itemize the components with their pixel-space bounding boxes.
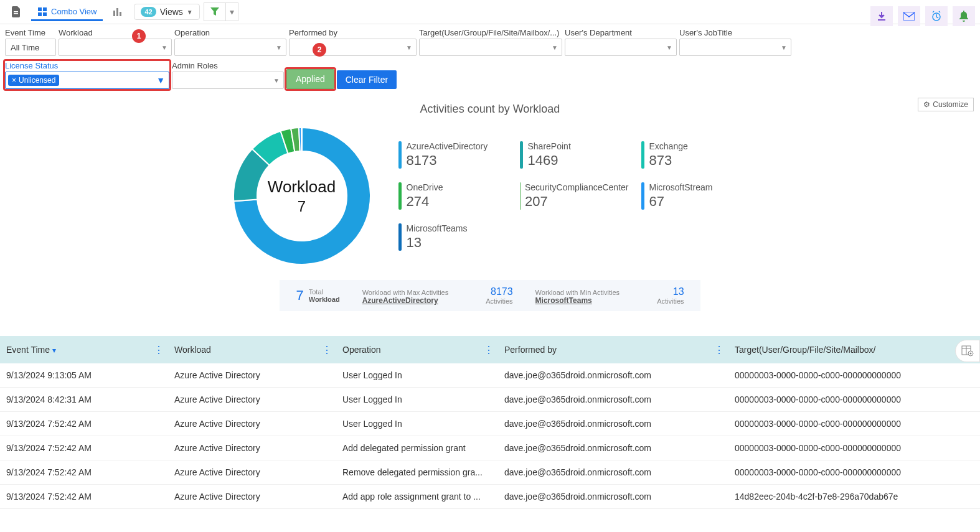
table-row[interactable]: 9/13/2024 8:42:31 AMAzure Active Directo… (0, 388, 980, 412)
th-workload[interactable]: Workload⋮ (168, 336, 336, 363)
department-filter-select[interactable]: ▼ (565, 39, 677, 56)
summary-max-name[interactable]: AzureActiveDirectory (362, 296, 449, 305)
th-event-time[interactable]: Event Time▾⋮ (0, 336, 168, 363)
column-menu-icon[interactable]: ⋮ (322, 344, 331, 356)
filters-row-2: License Status × Unlicensed ▼ Admin Role… (0, 57, 980, 90)
callout-badge-1: 1 (132, 29, 146, 43)
table-row[interactable]: 9/13/2024 9:13:05 AMAzure Active Directo… (0, 363, 980, 388)
caret-down-icon: ▼ (276, 44, 282, 51)
summary-min-label: Workload with Min Activities (535, 289, 620, 296)
legend-value: 274 (407, 194, 443, 210)
chart-panel: ⚙ Customize Activities count by Workload… (0, 94, 980, 324)
svg-point-16 (970, 353, 972, 355)
svg-rect-5 (43, 12, 47, 16)
legend-color-bar (641, 141, 644, 169)
summary-min-name[interactable]: MicrosoftTeams (535, 296, 620, 305)
table-cell: Azure Active Directory (168, 436, 336, 460)
event-time-value: All Time (11, 43, 39, 52)
table-row[interactable]: 9/13/2024 7:52:42 AMAzure Active Directo… (0, 412, 980, 436)
table-cell: dave.joe@o365droid.onmicrosoft.com (498, 412, 728, 436)
legend-label: SharePoint (528, 141, 571, 151)
alarm-icon[interactable] (925, 6, 948, 26)
caret-down-icon: ▼ (552, 44, 558, 51)
th-operation[interactable]: Operation⋮ (336, 336, 498, 363)
legend-color-bar (520, 141, 523, 169)
legend-value: 207 (525, 194, 629, 210)
svg-rect-8 (120, 12, 121, 16)
jobtitle-filter-select[interactable]: ▼ (679, 39, 791, 56)
summary-total-number: 7 (296, 287, 303, 304)
legend-item[interactable]: OneDrive 274 (398, 182, 507, 210)
svg-rect-10 (903, 12, 915, 21)
legend-item[interactable]: Exchange 873 (641, 141, 750, 169)
table-cell: User Logged In (336, 363, 498, 388)
document-icon[interactable] (5, 2, 27, 21)
download-icon[interactable] (870, 6, 893, 26)
event-time-select[interactable]: All Time (5, 39, 56, 56)
summary-max-label: Workload with Max Activities (362, 289, 449, 296)
table-row[interactable]: 9/13/2024 7:52:42 AMAzure Active Directo… (0, 436, 980, 460)
th-target[interactable]: Target(User/Group/File/Site/Mailbox/ (728, 336, 980, 363)
chart-icon-tab[interactable] (106, 3, 130, 21)
license-status-select[interactable]: × Unlicensed ▼ (5, 72, 169, 89)
filter-dropdown-btn[interactable]: ▾ (226, 2, 238, 21)
combo-view-tab[interactable]: Combo View (31, 3, 103, 21)
legend-label: Exchange (649, 141, 688, 151)
table-cell: 00000003-0000-0000-c000-000000000000 (728, 363, 980, 388)
caret-down-icon: ▼ (273, 77, 280, 84)
column-menu-icon[interactable]: ⋮ (154, 344, 163, 356)
filter-icon-button[interactable] (204, 2, 226, 21)
jobtitle-filter-label: User's JobTitle (679, 28, 791, 37)
legend-label: MicrosoftTeams (407, 223, 468, 233)
svg-rect-6 (113, 11, 115, 16)
license-tag-unlicensed[interactable]: × Unlicensed (8, 75, 59, 86)
legend-item[interactable]: SecurityComplianceCenter 207 (520, 182, 629, 210)
svg-rect-2 (38, 7, 42, 11)
table-cell: Azure Active Directory (168, 412, 336, 436)
th-performedby[interactable]: Performed by⋮ (498, 336, 728, 363)
summary-total-top: Total (309, 288, 340, 296)
callout-badge-2: 2 (313, 43, 326, 57)
combo-view-label: Combo View (51, 7, 97, 16)
views-dropdown[interactable]: 42 Views ▼ (134, 4, 199, 20)
table-cell: dave.joe@o365droid.onmicrosoft.com (498, 436, 728, 460)
operation-filter-label: Operation (174, 28, 286, 37)
table-cell: 9/13/2024 8:42:31 AM (0, 388, 168, 412)
legend-color-bar (398, 141, 402, 169)
top-toolbar: Combo View 42 Views ▼ ▾ (0, 0, 980, 24)
mail-icon[interactable] (898, 6, 920, 26)
column-menu-icon[interactable]: ⋮ (484, 344, 493, 356)
clear-filter-button[interactable]: Clear Filter (337, 70, 397, 89)
chart-legend: AzureActiveDirectory 8173 SharePoint 146… (398, 141, 750, 251)
legend-item[interactable]: MicrosoftTeams 13 (398, 223, 507, 251)
table-cell: 9/13/2024 7:52:42 AM (0, 460, 168, 485)
table-row[interactable]: 9/13/2024 7:52:42 AMAzure Active Directo… (0, 460, 980, 485)
event-time-label: Event Time (5, 28, 56, 37)
customize-button[interactable]: ⚙ Customize (918, 98, 974, 111)
results-table: Event Time▾⋮ Workload⋮ Operation⋮ Perfor… (0, 336, 980, 509)
table-cell: dave.joe@o365droid.onmicrosoft.com (498, 485, 728, 509)
chart-title: Activities count by Workload (12, 103, 968, 116)
legend-item[interactable]: SharePoint 1469 (520, 141, 629, 169)
applied-button[interactable]: Applied (286, 69, 334, 89)
table-row[interactable]: 9/13/2024 7:52:42 AMAzure Active Directo… (0, 485, 980, 509)
adminroles-filter-select[interactable]: ▼ (172, 72, 284, 89)
table-cell: 00000003-0000-0000-c000-000000000000 (728, 436, 980, 460)
license-status-label: License Status (5, 61, 169, 70)
column-menu-icon[interactable]: ⋮ (714, 344, 723, 356)
table-cell: dave.joe@o365droid.onmicrosoft.com (498, 363, 728, 388)
performedby-filter-select[interactable]: ▼ (289, 39, 417, 56)
table-cell: dave.joe@o365droid.onmicrosoft.com (498, 388, 728, 412)
legend-item[interactable]: AzureActiveDirectory 8173 (398, 141, 507, 169)
workload-filter-select[interactable]: ▼ (59, 39, 172, 56)
legend-item[interactable]: MicrosoftStream 67 (641, 182, 750, 210)
table-cell: 00000003-0000-0000-c000-000000000000 (728, 412, 980, 436)
caret-down-icon: ▼ (187, 9, 193, 16)
target-filter-select[interactable]: ▼ (419, 39, 562, 56)
table-cell: Add delegated permission grant (336, 436, 498, 460)
table-config-icon[interactable] (955, 340, 980, 362)
caret-down-icon: ▼ (666, 44, 672, 51)
bell-icon[interactable] (953, 6, 975, 26)
legend-value: 873 (649, 152, 688, 169)
operation-filter-select[interactable]: ▼ (174, 39, 286, 56)
